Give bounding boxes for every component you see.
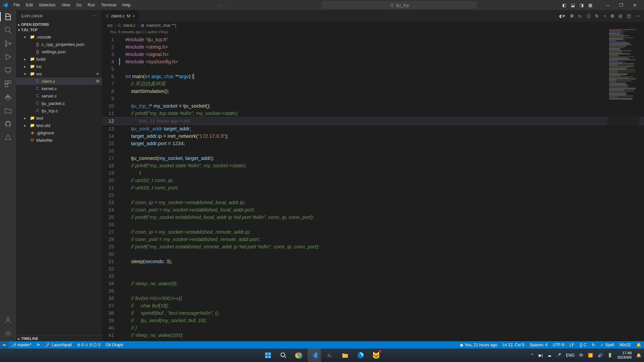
problems-indicator[interactable]: ⊘ 0 ⚠ 0 ⓘ 0: [74, 341, 103, 349]
code-line-7[interactable]: 7 // 开启仿真环境: [102, 80, 644, 87]
code-line-32[interactable]: 32: [102, 265, 644, 273]
vscode-taskbar-icon[interactable]: [308, 349, 321, 362]
gear-icon[interactable]: ⚙: [570, 13, 574, 18]
code-line-5[interactable]: 5: [102, 65, 644, 73]
code-line-40[interactable]: 40 // }: [102, 324, 644, 331]
code-line-33[interactable]: 33: [102, 273, 644, 280]
code-editor[interactable]: 1#include "tju_tcp.h"2#include <string.h…: [102, 36, 644, 341]
activity-extensions-icon[interactable]: [4, 80, 12, 88]
maximize-button[interactable]: ❐: [614, 0, 628, 10]
tree-item-client-c[interactable]: Cclient.cM: [16, 77, 102, 85]
workspace-section[interactable]: ▾ TJU_TCP: [16, 27, 102, 33]
mic-icon[interactable]: 🎤: [556, 353, 561, 358]
file-explorer-icon[interactable]: [338, 349, 352, 362]
code-line-14[interactable]: 14 target_addr.ip = inet_network("172.17…: [102, 132, 644, 140]
code-line-13[interactable]: 13 tju_sock_addr target_addr;: [102, 125, 644, 132]
code-line-26[interactable]: 26: [102, 221, 644, 228]
remote-indicator[interactable]: ⇋: [0, 341, 9, 349]
tray-ime[interactable]: 中: [579, 353, 583, 358]
bug-icon[interactable]: ⬡: [587, 13, 590, 18]
battery-icon[interactable]: 🔋: [607, 353, 612, 358]
code-line-15[interactable]: 15 target_addr.port = 1234;: [102, 140, 644, 147]
menu-edit[interactable]: Edit: [23, 1, 36, 9]
volume-icon[interactable]: 🔊: [598, 353, 603, 358]
notifications-center-icon[interactable]: 🔔: [636, 353, 641, 358]
color-theme-icon[interactable]: ◐▾: [559, 13, 565, 18]
command-center-search[interactable]: tju_tcp: [322, 1, 477, 9]
menu-go[interactable]: Go: [73, 1, 84, 9]
code-line-39[interactable]: 39 // tju_send(my_socket, buf, 18);: [102, 317, 644, 324]
activity-remote-icon[interactable]: [4, 66, 12, 74]
tree-item-settings-json[interactable]: {}settings.json: [16, 48, 102, 55]
tree-item--gitignore[interactable]: ◆.gitignore: [16, 129, 102, 136]
menu-view[interactable]: View: [59, 1, 73, 9]
code-line-6[interactable]: 6int main(int argc, char **argv) {: [102, 73, 644, 80]
system-clock[interactable]: 17:48 2024/9/9: [617, 351, 632, 360]
code-line-29[interactable]: 29 // printf("my_socket established_remo…: [102, 243, 644, 250]
layout-panel-right-icon[interactable]: ◨: [580, 3, 584, 8]
gitlens-blame-status[interactable]: ◉ You, 21 hours ago: [457, 341, 500, 349]
gitlens-authorship[interactable]: You, 5 minutes ago | 1 author (You): [102, 29, 644, 36]
activity-github-icon[interactable]: [4, 120, 12, 128]
code-line-23[interactable]: 23 // conn_ip = my_socket->established_l…: [102, 199, 644, 206]
code-line-4[interactable]: 4#include <sys/config.h>: [102, 58, 644, 65]
launchpad-button[interactable]: 🚀 Launchpad: [43, 341, 74, 349]
breadcrumbs[interactable]: src › C client.c › ⊞ main(int, char **): [102, 22, 644, 29]
eol-indicator[interactable]: LF: [567, 341, 577, 349]
activity-cmake-icon[interactable]: [4, 133, 12, 141]
menu-run[interactable]: Run: [85, 1, 98, 9]
branch-indicator[interactable]: ⎇ master*: [9, 341, 34, 349]
toggle-icon[interactable]: ◎: [619, 13, 622, 18]
timeline-section[interactable]: ▸ TIMELINE: [16, 336, 102, 341]
tree-item-tju_tcp-c[interactable]: Ctju_tcp.c: [16, 107, 102, 114]
tree-item-test[interactable]: ▸📁test: [16, 114, 102, 122]
breadcrumb-symbol[interactable]: main(int, char **): [146, 23, 176, 28]
activity-accounts-icon[interactable]: [4, 316, 12, 324]
code-line-3[interactable]: 3#include <signal.h>: [102, 51, 644, 58]
tree-item-server-c[interactable]: Cserver.c: [16, 92, 102, 100]
taskbar-search-icon[interactable]: [277, 349, 290, 362]
breadcrumb-folder[interactable]: src: [107, 23, 113, 28]
code-line-27[interactable]: 27 // conn_ip = my_socket->established_r…: [102, 228, 644, 236]
menu-terminal[interactable]: Terminal: [98, 1, 119, 9]
code-line-36[interactable]: 36 // for(int i=0;i<500;i++){: [102, 295, 644, 302]
code-line-21[interactable]: 21 // uint16_t conn_port;: [102, 184, 644, 191]
code-line-25[interactable]: 25 // printf("my_socket established_loca…: [102, 214, 644, 221]
activity-docker-icon[interactable]: [4, 93, 12, 101]
cmake-kit[interactable]: ↻: [589, 341, 598, 349]
activity-search-icon[interactable]: [4, 26, 12, 34]
menu-help[interactable]: Help: [120, 1, 133, 9]
tab-client-c[interactable]: C client.c M ×: [102, 10, 140, 22]
layout-customize-icon[interactable]: ▦: [588, 3, 592, 8]
edge-icon[interactable]: [354, 349, 367, 362]
code-line-41[interactable]: 41 // sleep_no_wake(100);: [102, 331, 644, 339]
activity-folder-icon[interactable]: [4, 107, 12, 115]
tree-item-c_cpp_properties-json[interactable]: {}c_cpp_properties.json: [16, 41, 102, 48]
tree-item-inc[interactable]: ▸📁inc: [16, 63, 102, 70]
refresh-icon[interactable]: ↻: [595, 13, 599, 18]
code-line-24[interactable]: 24 // conn_port = my_socket->established…: [102, 206, 644, 214]
activity-explorer-icon[interactable]: [4, 13, 12, 21]
code-line-28[interactable]: 28 // conn_port = my_socket->established…: [102, 236, 644, 243]
activity-debug-icon[interactable]: [4, 53, 12, 61]
indentation-indicator[interactable]: Spaces: 4: [527, 341, 550, 349]
encoding-indicator[interactable]: UTF-8: [550, 341, 567, 349]
code-line-16[interactable]: 16: [102, 147, 644, 155]
tray-lang[interactable]: ENG: [566, 353, 575, 358]
layout-panel-bottom-icon[interactable]: ⬓: [571, 3, 575, 8]
menu-selection[interactable]: Selection: [36, 1, 58, 9]
code-line-2[interactable]: 2#include <string.h>: [102, 43, 644, 51]
breadcrumb-file[interactable]: client.c: [123, 23, 136, 28]
tree-item-test-old[interactable]: ▸📁test.old: [16, 122, 102, 129]
tree-item-build[interactable]: ▸📁build: [16, 55, 102, 63]
code-line-10[interactable]: 10 tju_tcp_t* my_socket = tju_socket();: [102, 102, 644, 110]
nav-forward-icon[interactable]: →: [227, 3, 231, 8]
git-graph-button[interactable]: Git Graph: [103, 341, 126, 349]
tree-item--vscode[interactable]: ▾📁.vscode: [16, 33, 102, 41]
open-editors-section[interactable]: ▸ OPEN EDITORS: [16, 22, 102, 27]
more-actions-icon[interactable]: ⋯: [636, 13, 640, 18]
code-line-9[interactable]: 9: [102, 95, 644, 102]
code-line-18[interactable]: 18 // printf("my_socket state %d\n", my_…: [102, 162, 644, 169]
activity-settings-icon[interactable]: [4, 329, 12, 337]
tray-chevron-icon[interactable]: ⌃: [531, 353, 534, 358]
